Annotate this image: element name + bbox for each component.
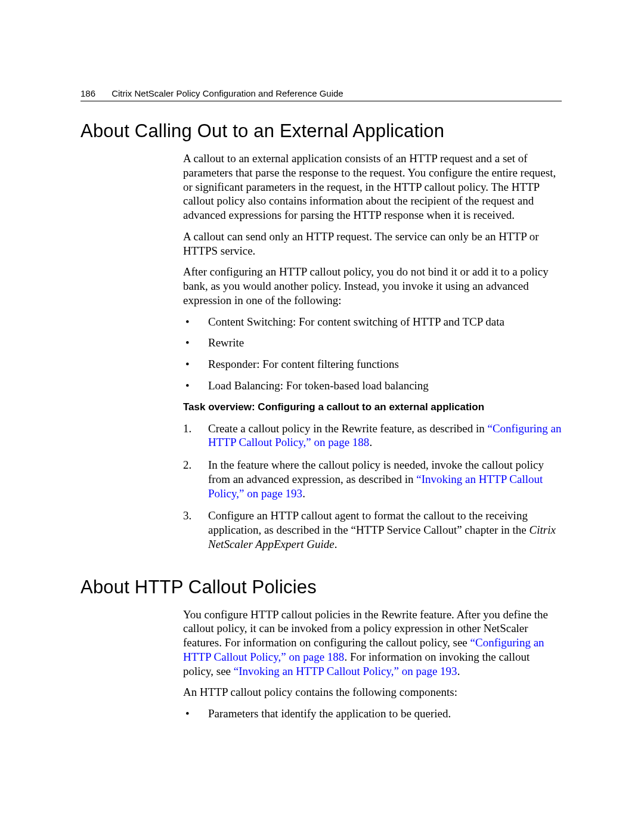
page: 186 Citrix NetScaler Policy Configuratio… — [0, 0, 644, 833]
list-item: Load Balancing: For token-based load bal… — [183, 379, 562, 393]
list-item: Rewrite — [183, 336, 562, 350]
paragraph: A callout can send only an HTTP request.… — [183, 230, 562, 258]
paragraph-text: . — [457, 665, 460, 677]
paragraph: An HTTP callout policy contains the foll… — [183, 685, 562, 699]
step-text: . — [302, 487, 305, 500]
header-title: Citrix NetScaler Policy Configuration an… — [112, 88, 343, 98]
paragraph: You configure HTTP callout policies in t… — [183, 608, 562, 679]
section-heading-2: About HTTP Callout Policies — [80, 577, 562, 598]
bullet-list: Content Switching: For content switching… — [183, 315, 562, 393]
section-1-body: A callout to an external application con… — [183, 151, 562, 552]
task-overview-heading: Task overview: Configuring a callout to … — [183, 401, 562, 413]
step-text: Configure an HTTP callout agent to forma… — [208, 509, 530, 536]
bullet-list: Parameters that identify the application… — [183, 707, 562, 721]
list-item: Content Switching: For content switching… — [183, 315, 562, 329]
step-item: In the feature where the callout policy … — [183, 458, 562, 500]
paragraph: A callout to an external application con… — [183, 151, 562, 222]
section-heading-1: About Calling Out to an External Applica… — [80, 120, 562, 142]
ordered-steps: Create a callout policy in the Rewrite f… — [183, 422, 562, 552]
running-header: 186 Citrix NetScaler Policy Configuratio… — [80, 88, 562, 98]
header-rule — [80, 101, 562, 101]
cross-reference-link[interactable]: “Invoking an HTTP Callout Policy,” on pa… — [234, 665, 457, 677]
list-item: Responder: For content filtering functio… — [183, 357, 562, 371]
list-item: Parameters that identify the application… — [183, 707, 562, 721]
page-number: 186 — [80, 88, 109, 98]
step-text: Create a callout policy in the Rewrite f… — [208, 422, 487, 435]
step-text: . — [335, 538, 338, 550]
step-item: Create a callout policy in the Rewrite f… — [183, 422, 562, 450]
paragraph: After configuring an HTTP callout policy… — [183, 265, 562, 307]
step-text: . — [369, 436, 372, 448]
section-gap — [80, 560, 562, 577]
step-item: Configure an HTTP callout agent to forma… — [183, 509, 562, 551]
section-2-body: You configure HTTP callout policies in t… — [183, 608, 562, 721]
